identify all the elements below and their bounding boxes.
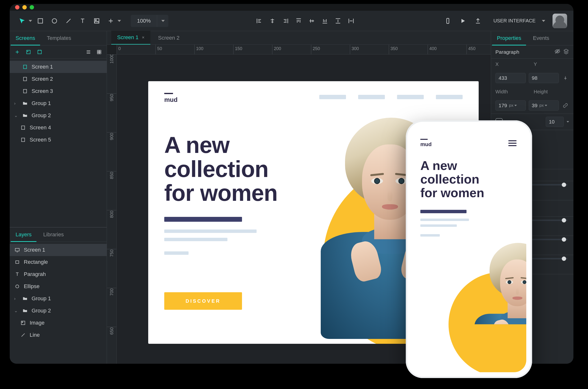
chevron-right-icon[interactable]: › xyxy=(14,296,18,301)
doc-tab[interactable]: Screen 2 xyxy=(152,31,185,44)
screen-icon xyxy=(20,125,26,131)
tab-templates[interactable]: Templates xyxy=(41,31,77,45)
doc-tab[interactable]: Screen 1× xyxy=(111,31,150,44)
text-tool[interactable] xyxy=(77,15,88,27)
screen-item[interactable]: Screen 4 xyxy=(10,122,107,134)
link-dimensions-icon[interactable] xyxy=(562,102,569,109)
phone-headline: A newcollectionfor women xyxy=(420,159,484,200)
layers-list: Screen 1 Rectangle Paragrah Ellipse ›Gro… xyxy=(10,242,107,343)
screen-item[interactable]: Screen 1 xyxy=(10,61,107,73)
svg-point-22 xyxy=(22,322,23,323)
distribute-h-icon[interactable] xyxy=(332,15,344,27)
mode-dropdown-icon[interactable] xyxy=(542,20,545,22)
layers-icon[interactable] xyxy=(563,48,569,55)
layer-item[interactable]: Screen 1 xyxy=(10,244,107,256)
site-logo: mud xyxy=(164,93,178,103)
tab-libraries[interactable]: Libraries xyxy=(37,227,69,242)
align-right-icon[interactable] xyxy=(280,15,291,27)
align-top-icon[interactable] xyxy=(293,15,304,27)
svg-rect-3 xyxy=(94,18,99,23)
svg-point-20 xyxy=(16,285,19,288)
title-bar xyxy=(10,4,573,11)
close-tab-icon[interactable]: × xyxy=(142,35,145,40)
visibility-icon[interactable] xyxy=(555,48,560,55)
device-preview-icon[interactable] xyxy=(442,15,454,27)
group-item[interactable]: ›Group 1 xyxy=(10,97,107,109)
hero-headline: A newcollectionfor women xyxy=(164,133,277,205)
add-image-screen-icon[interactable] xyxy=(24,48,32,56)
layer-item[interactable]: Line xyxy=(10,329,107,341)
layer-group[interactable]: ⌄Group 2 xyxy=(10,305,107,317)
width-input[interactable]: 179px xyxy=(496,100,526,111)
svg-rect-0 xyxy=(38,18,43,23)
mode-label[interactable]: USER INTERFACE xyxy=(494,18,535,24)
zoom-dropdown[interactable] xyxy=(157,20,168,22)
height-input[interactable]: 39px xyxy=(529,100,559,111)
window-min-dot[interactable] xyxy=(22,5,27,9)
layer-item[interactable]: Paragrah xyxy=(10,268,107,280)
screens-list: Screen 1 Screen 2 Screen 3 ›Group 1 ⌄Gro… xyxy=(10,59,107,148)
image-icon xyxy=(20,320,26,326)
align-center-h-icon[interactable] xyxy=(266,15,278,27)
pin-icon[interactable] xyxy=(562,74,569,82)
svg-rect-14 xyxy=(24,77,27,81)
pointer-dropdown-icon[interactable] xyxy=(29,20,32,22)
chevron-down-icon[interactable]: ⌄ xyxy=(14,113,18,118)
layer-group[interactable]: ›Group 1 xyxy=(10,292,107,305)
folder-icon xyxy=(22,100,28,106)
tab-properties[interactable]: Properties xyxy=(491,31,527,45)
align-middle-icon[interactable] xyxy=(306,15,318,27)
add-artboard-icon[interactable] xyxy=(35,48,44,56)
chevron-down-icon[interactable]: ⌄ xyxy=(14,308,18,313)
screen-item[interactable]: Screen 3 xyxy=(10,85,107,97)
list-view-icon[interactable] xyxy=(84,48,92,56)
window-max-dot[interactable] xyxy=(30,5,34,9)
tab-events[interactable]: Events xyxy=(527,31,555,45)
add-dropdown-icon[interactable] xyxy=(118,20,121,22)
screen-item[interactable]: Screen 2 xyxy=(10,73,107,85)
zoom-control[interactable]: 100% xyxy=(131,15,168,27)
play-icon[interactable] xyxy=(457,15,469,27)
left-panel: Screens Templates Screen 1 Screen 2 Scre… xyxy=(10,31,107,364)
ellipse-tool[interactable] xyxy=(49,15,60,27)
align-left-icon[interactable] xyxy=(253,15,265,27)
pointer-tool[interactable] xyxy=(16,15,28,27)
distribute-v-icon[interactable] xyxy=(345,15,357,27)
phone-mockup: mud A newcollectionfor women xyxy=(406,120,532,378)
grid-view-icon[interactable] xyxy=(95,48,103,56)
y-input[interactable]: 98 xyxy=(529,73,559,83)
image-tool[interactable] xyxy=(91,15,103,27)
window-close-dot[interactable] xyxy=(15,5,19,9)
placeholder-bar xyxy=(164,251,189,255)
folder-icon xyxy=(22,308,28,314)
svg-rect-9 xyxy=(97,50,99,52)
layer-item[interactable]: Image xyxy=(10,317,107,329)
ruler-vertical[interactable]: 1000950900850800750700650600550500450400… xyxy=(107,55,117,364)
folder-icon xyxy=(22,112,28,119)
nav-placeholder xyxy=(319,95,463,99)
screen-item[interactable]: Screen 5 xyxy=(10,134,107,146)
group-item[interactable]: ⌄Group 2 xyxy=(10,109,107,122)
add-tool[interactable] xyxy=(105,15,117,27)
svg-rect-17 xyxy=(22,138,25,142)
rectangle-icon xyxy=(14,259,20,265)
svg-rect-18 xyxy=(15,249,19,251)
line-tool[interactable] xyxy=(63,15,74,27)
radius-dropdown-icon[interactable] xyxy=(567,121,569,123)
align-bottom-icon[interactable] xyxy=(319,15,331,27)
tab-layers[interactable]: Layers xyxy=(10,227,37,242)
user-avatar[interactable] xyxy=(553,14,567,28)
screen-icon xyxy=(22,64,28,70)
ellipse-icon xyxy=(14,283,20,290)
upload-icon[interactable] xyxy=(472,15,484,27)
layer-item[interactable]: Rectangle xyxy=(10,256,107,268)
chevron-right-icon[interactable]: › xyxy=(14,101,18,106)
radius-input[interactable]: 10 xyxy=(546,117,564,127)
tab-screens[interactable]: Screens xyxy=(10,31,41,45)
ruler-horizontal[interactable]: 0501001502002503003504004505005506006507… xyxy=(117,45,491,55)
layer-item[interactable]: Ellipse xyxy=(10,280,107,292)
screen-icon xyxy=(22,88,28,94)
rectangle-tool[interactable] xyxy=(34,15,46,27)
add-screen-icon[interactable] xyxy=(13,48,21,56)
x-input[interactable]: 433 xyxy=(496,73,526,83)
